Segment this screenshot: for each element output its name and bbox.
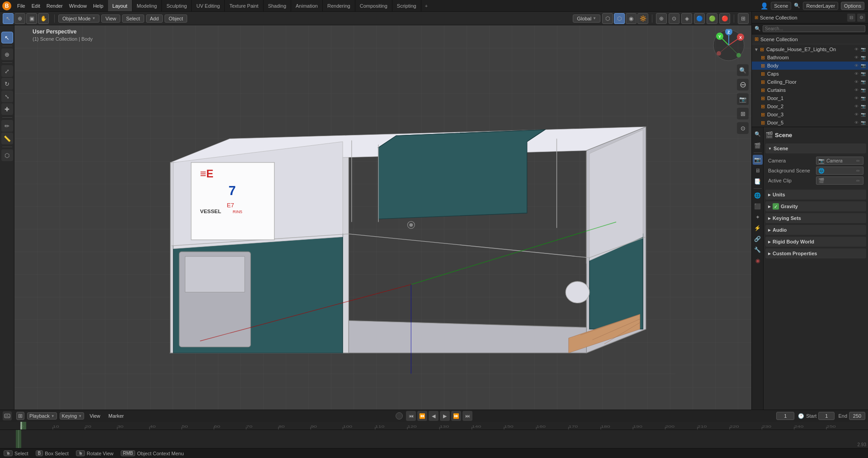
select-mode-btn[interactable]: ↖ (3, 13, 14, 24)
tool-rotate[interactable]: ↻ (1, 78, 13, 90)
outliner-search-input[interactable] (763, 25, 865, 32)
zoom-in-btn[interactable]: 🔍 (737, 64, 749, 76)
viewport-shading-wire[interactable]: ⬡ (602, 13, 613, 24)
tool-cursor[interactable]: ⊕ (1, 48, 13, 60)
ren-btn-caps[interactable]: 📷 (860, 71, 866, 77)
keying-dropdown[interactable]: Keying ▼ (60, 412, 85, 420)
tool-measure[interactable]: 📏 (1, 133, 13, 144)
end-frame-input[interactable] (849, 412, 865, 420)
ren-btn-door5[interactable]: 📷 (860, 119, 866, 126)
snapping-toggle[interactable]: 🔵 (694, 13, 705, 24)
3d-viewport[interactable]: User Perspective (1) Scene Collection | … (14, 25, 751, 410)
view-camera-btn[interactable]: 📷 (737, 93, 749, 105)
tool-scale[interactable]: ⤡ (1, 91, 13, 102)
jump-end-btn[interactable]: ⏭ (462, 411, 472, 421)
tool-move[interactable]: ⤢ (1, 65, 13, 77)
active-clip-value[interactable]: 🎬 ✏ (816, 177, 863, 185)
current-frame-input[interactable] (776, 412, 794, 420)
vis-btn-ceiling[interactable]: 👁 (853, 79, 859, 85)
transform-pivot[interactable]: ⊞ (738, 13, 749, 24)
object-btn[interactable]: Object (165, 14, 187, 23)
view-btn[interactable]: View (101, 14, 120, 23)
jump-start-btn[interactable]: ⏮ (406, 411, 416, 421)
props-shaderfx-icon-btn[interactable]: ◉ (753, 256, 763, 266)
outliner-item-door3[interactable]: ⊞ Door_3 👁 📷 (752, 110, 868, 119)
add-btn[interactable]: Add (146, 14, 163, 23)
render-layer-selector[interactable]: RenderLayer (803, 2, 838, 10)
viewport-overlay-toggle[interactable]: ⊙ (669, 13, 679, 24)
viewport-shading-solid[interactable]: ⬡ (614, 13, 625, 24)
audio-section-header[interactable]: ▶ Audio (765, 225, 866, 235)
view-menu-item[interactable]: View (87, 412, 103, 420)
record-btn[interactable] (396, 412, 403, 420)
box-btn[interactable]: ▣ (26, 13, 37, 24)
props-world-icon-btn[interactable]: 🌐 (753, 191, 763, 200)
start-frame-input[interactable] (818, 412, 835, 420)
menu-edit[interactable]: Edit (29, 2, 43, 10)
gravity-checkbox[interactable]: ✓ (773, 203, 779, 210)
outliner-item-body[interactable]: ⊞ Body 👁 📷 (752, 62, 868, 70)
ren-btn-door2[interactable]: 📷 (860, 103, 866, 110)
timeline-type-icon[interactable] (3, 411, 12, 420)
outliner-item-ceiling[interactable]: ⊞ Ceiling_Floor 👁 📷 (752, 78, 868, 86)
scene-selector[interactable]: Scene (771, 2, 791, 10)
add-workspace-button[interactable]: + (421, 3, 431, 9)
vis-btn-door1[interactable]: 👁 (853, 95, 859, 101)
props-output-icon-btn[interactable]: 🖥 (753, 166, 763, 176)
tab-compositing[interactable]: Compositing (355, 0, 392, 11)
outliner-filter-btn[interactable]: ⊟ (847, 14, 855, 22)
outliner-item-capsule[interactable]: ▼ ⊞ Capsule_House_E7_Lights_On 👁 📷 (752, 45, 868, 53)
global-dropdown[interactable]: Global ▼ (573, 14, 600, 23)
tab-animation[interactable]: Animation (291, 0, 323, 11)
tab-layout[interactable]: Layout (108, 0, 132, 11)
view-local-btn[interactable]: ⊙ (737, 122, 749, 134)
ren-btn-curtains[interactable]: 📷 (860, 87, 866, 93)
tab-scripting[interactable]: Scripting (392, 0, 421, 11)
vis-btn-bathroom[interactable]: 👁 (853, 54, 859, 61)
gravity-section-header[interactable]: ▶ ✓ Gravity (765, 201, 866, 211)
props-view-layer-icon-btn[interactable]: 📑 (753, 177, 763, 186)
menu-help[interactable]: Help (90, 2, 106, 10)
ren-btn-door3[interactable]: 📷 (860, 111, 866, 118)
vis-btn-door3[interactable]: 👁 (853, 111, 859, 118)
vis-btn-door5[interactable]: 👁 (853, 119, 859, 126)
xray-toggle[interactable]: ◈ (681, 13, 692, 24)
ren-btn-bathroom[interactable]: 📷 (860, 54, 866, 61)
tab-modeling[interactable]: Modeling (132, 0, 162, 11)
tool-select[interactable]: ↖ (1, 32, 13, 43)
vis-btn-door2[interactable]: 👁 (853, 103, 859, 110)
view-all-btn[interactable]: ⊞ (737, 108, 749, 119)
options-button[interactable]: Options (841, 2, 864, 10)
vis-btn-caps[interactable]: 👁 (853, 71, 859, 77)
bg-scene-value[interactable]: 🌐 ✏ (816, 167, 863, 175)
axes-gizmo[interactable]: X Y Z (712, 29, 745, 62)
step-back-btn[interactable]: ⏪ (417, 411, 427, 421)
ren-btn-ceiling[interactable]: 📷 (860, 79, 866, 85)
outliner-item-door5[interactable]: ⊞ Door_5 👁 📷 (752, 119, 868, 126)
tool-transform[interactable]: ✚ (1, 103, 13, 115)
playback-dropdown[interactable]: Playback ▼ (27, 412, 57, 420)
menu-window[interactable]: Window (66, 2, 90, 10)
play-reverse-btn[interactable]: ◀ (429, 411, 439, 421)
tl-channel-all[interactable]: ⊞ (16, 412, 24, 420)
tab-sculpting[interactable]: Sculpting (162, 0, 192, 11)
tab-rendering[interactable]: Rendering (323, 0, 355, 11)
zoom-out-btn[interactable]: ⊖ (737, 79, 749, 91)
marker-menu-item[interactable]: Marker (106, 412, 127, 420)
props-particles-icon-btn[interactable]: ✦ (753, 212, 763, 222)
ren-btn-body[interactable]: 📷 (860, 62, 866, 69)
props-object-icon-btn[interactable]: ⬛ (753, 201, 763, 211)
play-btn[interactable]: ▶ (440, 411, 450, 421)
menu-file[interactable]: File (14, 2, 28, 10)
camera-edit-btn[interactable]: ✏ (855, 157, 861, 164)
props-physics-icon-btn[interactable]: ⚡ (753, 223, 763, 233)
tool-annotate[interactable]: ✏ (1, 120, 13, 132)
custom-props-header[interactable]: ▶ Custom Properties (765, 248, 866, 258)
tool-add-mesh[interactable]: ⬡ (1, 149, 13, 161)
outliner-settings-btn[interactable]: ⚙ (857, 14, 865, 22)
menu-render[interactable]: Render (44, 2, 66, 10)
keying-sets-header[interactable]: ▶ Keying Sets (765, 213, 866, 223)
tab-texture-paint[interactable]: Texture Paint (225, 0, 263, 11)
ren-btn-door1[interactable]: 📷 (860, 95, 866, 101)
props-render-icon-btn[interactable]: 📷 (753, 155, 763, 165)
